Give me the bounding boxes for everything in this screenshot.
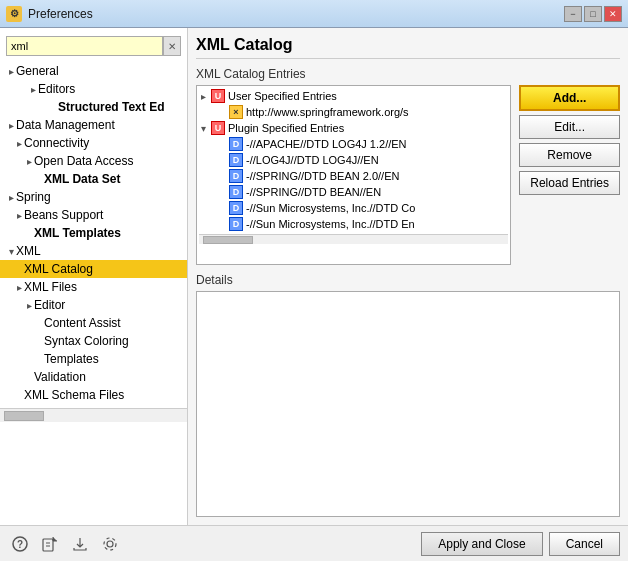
- sidebar-item-label: Data Management: [16, 118, 115, 132]
- sidebar-item-xml-templates[interactable]: XML Templates: [0, 224, 187, 242]
- sidebar-item-label: Editor: [34, 298, 65, 312]
- sidebar-item-xml-files[interactable]: ▸ XML Files: [0, 278, 187, 296]
- search-box: ✕: [6, 36, 181, 56]
- log4j1-icon: D: [229, 137, 243, 151]
- sidebar-item-label: XML Catalog: [24, 262, 93, 276]
- add-button[interactable]: Add...: [519, 85, 620, 111]
- sidebar-item-label: General: [16, 64, 59, 78]
- details-label: Details: [196, 273, 620, 287]
- entry-label: -//SPRING//DTD BEAN//EN: [246, 186, 381, 198]
- catalog-entry-sun-inc[interactable]: D -//Sun Microsystems, Inc.//DTD En: [199, 216, 508, 232]
- catalog-entry-sun-co[interactable]: D -//Sun Microsystems, Inc.//DTD Co: [199, 200, 508, 216]
- help-icon[interactable]: ?: [8, 532, 32, 556]
- catalog-entry-spring-bean[interactable]: D -//SPRING//DTD BEAN//EN: [199, 184, 508, 200]
- sidebar-item-editor[interactable]: ▸ Editor: [0, 296, 187, 314]
- sidebar-item-syntax-coloring[interactable]: Syntax Coloring: [0, 332, 187, 350]
- settings-icon[interactable]: [98, 532, 122, 556]
- maximize-button[interactable]: □: [584, 6, 602, 22]
- sidebar-item-label: XML: [16, 244, 41, 258]
- sidebar-item-validation[interactable]: Validation: [0, 368, 187, 386]
- titlebar-buttons: − □ ✕: [564, 6, 622, 22]
- sidebar-item-spring[interactable]: ▸ Spring: [0, 188, 187, 206]
- toggle-icon: ▸: [14, 210, 24, 221]
- sidebar-item-label: Validation: [34, 370, 86, 384]
- entry-label: -//Sun Microsystems, Inc.//DTD En: [246, 218, 415, 230]
- catalog-tree[interactable]: ▸ U User Specified Entries × http://www.…: [196, 85, 511, 265]
- catalog-entry-plugin-specified[interactable]: ▾ U Plugin Specified Entries: [199, 120, 508, 136]
- entry-label: http://www.springframework.org/s: [246, 106, 409, 118]
- section-label: XML Catalog Entries: [196, 67, 620, 81]
- toggle-icon: ▾: [6, 246, 16, 257]
- toggle-icon: ▸: [24, 300, 34, 311]
- main-container: ✕ ▸ General ▸ Editors Structured Text Ed…: [0, 28, 628, 525]
- sidebar-item-label: Beans Support: [24, 208, 103, 222]
- catalog-entry-log4j2[interactable]: D -//LOG4J//DTD LOG4J//EN: [199, 152, 508, 168]
- sidebar-item-editors[interactable]: ▸ Editors: [0, 80, 187, 98]
- sidebar-item-label: XML Templates: [34, 226, 121, 240]
- export-icon[interactable]: [68, 532, 92, 556]
- bottom-bar: ? Apply and Close Cancel: [0, 525, 628, 561]
- minimize-button[interactable]: −: [564, 6, 582, 22]
- search-input[interactable]: [6, 36, 163, 56]
- edit-button[interactable]: Edit...: [519, 115, 620, 139]
- sidebar-item-xml[interactable]: ▾ XML: [0, 242, 187, 260]
- remove-button[interactable]: Remove: [519, 143, 620, 167]
- catalog-entry-spring-url[interactable]: × http://www.springframework.org/s: [199, 104, 508, 120]
- cancel-button[interactable]: Cancel: [549, 532, 620, 556]
- sidebar-item-xml-schema-files[interactable]: XML Schema Files: [0, 386, 187, 404]
- sidebar-item-open-data-access[interactable]: ▸ Open Data Access: [0, 152, 187, 170]
- titlebar: ⚙ Preferences − □ ✕: [0, 0, 628, 28]
- sun-co-icon: D: [229, 201, 243, 215]
- toggle-icon: ▸: [14, 138, 24, 149]
- sidebar-item-data-management[interactable]: ▸ Data Management: [0, 116, 187, 134]
- content-area: XML Catalog XML Catalog Entries ▸ U User…: [188, 28, 628, 525]
- entry-label: Plugin Specified Entries: [228, 122, 344, 134]
- toggle-icon: ▸: [24, 156, 34, 167]
- entry-label: -//LOG4J//DTD LOG4J//EN: [246, 154, 379, 166]
- sidebar-item-connectivity[interactable]: ▸ Connectivity: [0, 134, 187, 152]
- toggle-icon: ▸: [6, 66, 16, 77]
- catalog-area: ▸ U User Specified Entries × http://www.…: [196, 85, 620, 265]
- apply-close-button[interactable]: Apply and Close: [421, 532, 542, 556]
- app-icon: ⚙: [6, 6, 22, 22]
- catalog-entry-user-specified[interactable]: ▸ U User Specified Entries: [199, 88, 508, 104]
- entry-label: -//SPRING//DTD BEAN 2.0//EN: [246, 170, 399, 182]
- sidebar-item-label: Templates: [44, 352, 99, 366]
- sidebar-item-label: Spring: [16, 190, 51, 204]
- sidebar-item-label: XML Schema Files: [24, 388, 124, 402]
- bottom-icons: ?: [8, 532, 421, 556]
- sidebar-item-label: Syntax Coloring: [44, 334, 129, 348]
- catalog-entry-spring-bean2[interactable]: D -//SPRING//DTD BEAN 2.0//EN: [199, 168, 508, 184]
- search-clear-button[interactable]: ✕: [163, 36, 181, 56]
- content-title: XML Catalog: [196, 36, 620, 59]
- sidebar-item-structured-text[interactable]: Structured Text Ed: [0, 98, 187, 116]
- plugin-specified-icon: U: [211, 121, 225, 135]
- toggle-icon: ▸: [6, 120, 16, 131]
- user-specified-icon: U: [211, 89, 225, 103]
- sidebar-item-general[interactable]: ▸ General: [0, 62, 187, 80]
- sidebar-item-label: Content Assist: [44, 316, 121, 330]
- sidebar-item-label: Connectivity: [24, 136, 89, 150]
- details-area: [196, 291, 620, 517]
- sidebar-item-templates[interactable]: Templates: [0, 350, 187, 368]
- sidebar-item-beans-support[interactable]: ▸ Beans Support: [0, 206, 187, 224]
- sidebar-item-label: Open Data Access: [34, 154, 133, 168]
- sidebar-item-content-assist[interactable]: Content Assist: [0, 314, 187, 332]
- svg-rect-2: [43, 539, 53, 551]
- restore-defaults-icon[interactable]: [38, 532, 62, 556]
- bottom-actions: Apply and Close Cancel: [421, 532, 620, 556]
- sun-inc-icon: D: [229, 217, 243, 231]
- toggle-icon: ▸: [6, 192, 16, 203]
- close-button[interactable]: ✕: [604, 6, 622, 22]
- svg-point-4: [104, 538, 116, 550]
- sidebar-item-label: XML Files: [24, 280, 77, 294]
- catalog-buttons: Add... Edit... Remove Reload Entries: [519, 85, 620, 265]
- log4j2-icon: D: [229, 153, 243, 167]
- entry-label: -//Sun Microsystems, Inc.//DTD Co: [246, 202, 415, 214]
- reload-entries-button[interactable]: Reload Entries: [519, 171, 620, 195]
- titlebar-title: Preferences: [28, 7, 564, 21]
- sidebar-item-xml-catalog[interactable]: XML Catalog: [0, 260, 187, 278]
- sidebar-item-xml-data-set[interactable]: XML Data Set: [0, 170, 187, 188]
- catalog-entry-log4j1[interactable]: D -//APACHE//DTD LOG4J 1.2//EN: [199, 136, 508, 152]
- sidebar: ✕ ▸ General ▸ Editors Structured Text Ed…: [0, 28, 188, 525]
